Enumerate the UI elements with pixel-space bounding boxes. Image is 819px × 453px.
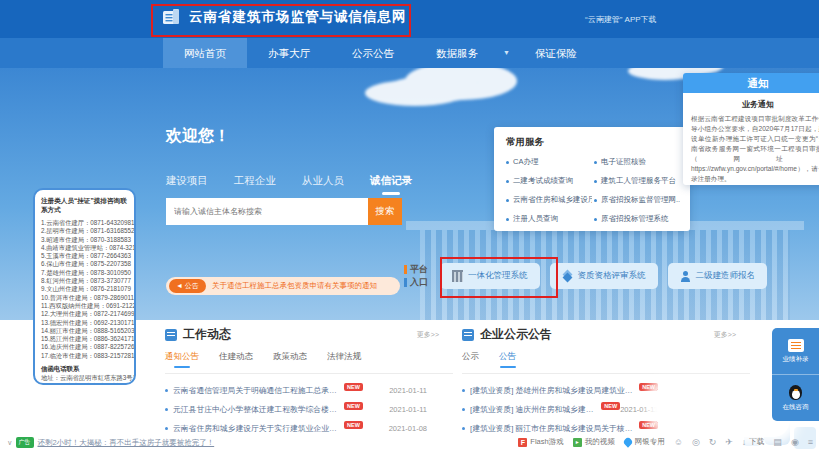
list-item[interactable]: 云南省通信管理局关于明确通信工程施工总承包资质申请有关... NEW 2021-…	[165, 381, 453, 400]
toolbar-refresh-icon[interactable]: ↻	[709, 437, 717, 447]
phone-line: 4.曲靖市建筑业管理站：0874-3210397	[41, 244, 128, 252]
service-link-bid-system[interactable]: 原省招投标管理系统	[594, 214, 680, 224]
platform-entry-label: 平台 入口	[404, 263, 428, 289]
tab-housing-trends[interactable]: 住建动态	[219, 351, 253, 373]
news-title[interactable]: [建筑业资质] 丽江市住房和城乡建设局关于核准2020年第十七...	[470, 423, 636, 434]
list-item[interactable]: 云南省住房和城乡建设厅关于实行建筑业企业资质和部分从业... NEW 2021-…	[165, 419, 453, 438]
document-entry-icon	[788, 339, 804, 352]
search-category-tabs: 建设项目 工程企业 从业人员 诚信记录	[166, 174, 412, 195]
list-item[interactable]: 元江县甘庄中心小学整体迁建工程教学综合楼施工招标终止公告 NEW 2021-01…	[165, 400, 453, 419]
flash-icon: F	[518, 438, 527, 447]
flash-games-label: Flash游戏	[530, 437, 563, 447]
toolbar-circle-icon[interactable]: ◎	[692, 437, 700, 447]
tab-policy-trends[interactable]: 政策动态	[273, 351, 307, 373]
performance-entry-widget[interactable]: 业绩补录	[772, 328, 819, 374]
nav-item-guarantee-insurance[interactable]: 保证保险	[514, 38, 598, 68]
notice-card: 通知 业务通知 根据云南省工程建设项目审批制度改革工作领导小组办公室要求，自20…	[683, 73, 819, 185]
service-link-worker-platform[interactable]: 建筑工人管理服务平台	[594, 176, 680, 186]
online-banking-label: 网银专用	[635, 437, 665, 447]
new-badge: NEW	[639, 383, 658, 391]
phone-line: 5.玉溪市住建局：0877-2664363	[41, 252, 128, 260]
phone-line: 15.怒江州住建局：0886-3624171	[41, 335, 128, 343]
news-title[interactable]: [建筑业资质] 迪庆州住房和城乡建设局关于核准第34批建筑业...	[470, 404, 598, 415]
news-title[interactable]: 元江县甘庄中心小学整体迁建工程教学综合楼施工招标终止公告	[173, 404, 341, 415]
clipboard-icon	[462, 329, 474, 341]
contact-line: 单位：云南省住房和城乡建设厅	[41, 382, 128, 385]
tab-engineering-enterprises[interactable]: 工程企业	[234, 174, 276, 195]
download-label: 下载	[749, 437, 764, 447]
news-title[interactable]: 云南省通信管理局关于明确通信工程施工总承包资质申请有关...	[173, 385, 341, 396]
tab-construction-projects[interactable]: 建设项目	[166, 174, 208, 195]
site-logo[interactable]: 云南省建筑市场监管与诚信信息网	[160, 6, 407, 28]
ad-ticker-link[interactable]: 还剩2小时！大揭秘：再不出手这房子就要被抢完了！	[38, 438, 215, 448]
announcement-bar[interactable]: ◄ 公告 关于通信工程施工总承包资质申请有关事项的通知	[166, 277, 400, 295]
enterprise-more-link[interactable]: 更多>>	[714, 330, 750, 340]
tab-notices[interactable]: 通知公告	[165, 351, 199, 373]
phone-line: 10.普洱市住建局：0879-2869011	[41, 294, 128, 302]
announcement-text[interactable]: 关于通信工程施工总承包资质申请有关事项的通知	[212, 281, 377, 291]
chevron-down-icon[interactable]: ▼	[499, 38, 514, 68]
toolbar-target-icon[interactable]: ◉	[791, 437, 799, 447]
service-link-exam-score[interactable]: 二建考试成绩查询	[506, 176, 592, 186]
welcome-text: 欢迎您！	[166, 126, 230, 147]
building-logo-icon	[160, 6, 182, 28]
tab-publicity[interactable]: 公示	[462, 351, 479, 373]
flash-games-button[interactable]: F Flash游戏	[518, 437, 563, 447]
tab-laws[interactable]: 法律法规	[327, 351, 361, 373]
phone-line: 16.迪庆州住建局：0887-8225726	[41, 343, 128, 351]
droplet-icon	[622, 436, 633, 447]
service-link-mohurd[interactable]: 云南省住房和城乡建设厅	[506, 195, 592, 205]
performance-entry-label: 业绩补录	[783, 355, 809, 364]
tab-practitioners[interactable]: 从业人员	[302, 174, 344, 195]
online-consult-widget[interactable]: 在线咨询	[772, 374, 819, 421]
collapse-arrow-icon[interactable]: v	[8, 439, 12, 446]
toolbar-menu-icon[interactable]: ≡	[808, 437, 813, 447]
app-download-link[interactable]: “云南建管” APP下载	[585, 14, 657, 25]
news-date: 2021-01-11	[389, 386, 453, 395]
nav-item-service-hall[interactable]: 办事大厅	[247, 38, 331, 68]
online-banking-button[interactable]: 网银专用	[624, 437, 665, 447]
platform-label-line2: 入口	[410, 276, 428, 289]
integrated-management-system-button[interactable]: 一体化管理系统	[440, 263, 540, 289]
cloud-decoration	[385, 76, 485, 102]
service-link-elicense[interactable]: 电子证照核验	[594, 157, 680, 167]
news-title[interactable]: [建筑业资质] 楚雄州住房和城乡建设局建筑业企业资质核准公...	[470, 385, 636, 396]
phone-line: 7.楚雄州住建局：0878-3010950	[41, 269, 128, 277]
service-link-registered-personnel[interactable]: 注册人员查询	[506, 214, 592, 224]
main-nav: 网站首页 办事大厅 公示公告 数据服务 ▼ 保证保险	[0, 38, 819, 68]
toolbar-grid-icon[interactable]: ▤	[773, 437, 782, 447]
phone-line: 2.昆明市住建局：0871-63168552	[41, 227, 128, 235]
integrated-management-system-label: 一体化管理系统	[468, 270, 528, 282]
ad-badge: 广告	[16, 437, 34, 448]
nav-item-data-services[interactable]: 数据服务	[415, 38, 499, 68]
bullet-icon	[165, 408, 168, 411]
news-date: 2021-01-11	[620, 405, 658, 414]
service-link-ca[interactable]: CA办理	[506, 157, 592, 167]
qq-penguin-icon	[789, 385, 802, 400]
qualification-review-system-button[interactable]: 资质资格评审系统	[550, 263, 658, 289]
search-input[interactable]	[166, 198, 368, 225]
contact-subtitle: 信函电话联系	[41, 365, 128, 374]
service-link-bid-supervision[interactable]: 原省招投标监督管理网..	[594, 195, 680, 205]
online-consult-label: 在线咨询	[783, 403, 809, 412]
nav-item-home[interactable]: 网站首页	[163, 38, 247, 68]
work-trends-more-link[interactable]: 更多>>	[417, 330, 453, 340]
layers-icon	[562, 271, 573, 282]
nav-item-announcements[interactable]: 公示公告	[331, 38, 415, 68]
tab-announcement[interactable]: 公告	[499, 351, 516, 373]
toolbar-smiley-icon[interactable]: ☺	[674, 437, 683, 447]
constructor-registration-button[interactable]: 二级建造师报名	[668, 263, 768, 289]
search-button[interactable]: 搜索	[368, 198, 402, 225]
download-button[interactable]: ↓ 下载	[742, 437, 765, 447]
common-services-title: 常用服务	[506, 136, 678, 149]
notice-body: 业务通知 根据云南省工程建设项目审批制度改革工作领导小组办公室要求，自2020年…	[683, 93, 819, 185]
notice-subtitle: 业务通知	[691, 99, 819, 110]
my-videos-button[interactable]: ▸ 我的视频	[573, 437, 615, 447]
tab-credit-records[interactable]: 诚信记录	[370, 174, 412, 195]
enterprise-header: 企业公示公告 更多>>	[462, 326, 750, 343]
building-icon	[452, 270, 463, 282]
my-videos-label: 我的视频	[585, 437, 615, 447]
qualification-review-system-label: 资质资格评审系统	[578, 270, 646, 282]
toolbar-plane-icon[interactable]: ✈	[725, 437, 733, 447]
news-title[interactable]: 云南省住房和城乡建设厅关于实行建筑业企业资质和部分从业...	[173, 423, 341, 434]
